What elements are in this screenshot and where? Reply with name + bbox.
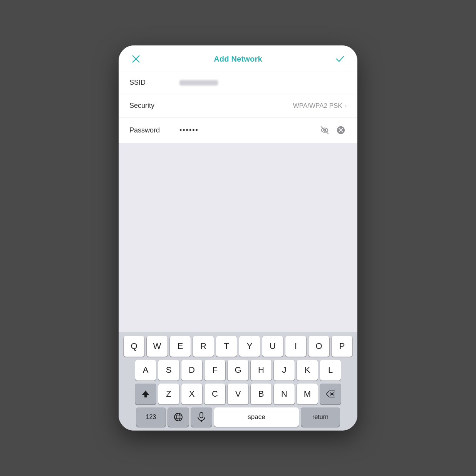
key-q[interactable]: Q	[124, 336, 144, 357]
key-m[interactable]: M	[297, 384, 318, 404]
toggle-visibility-button[interactable]	[319, 124, 330, 136]
key-d[interactable]: D	[181, 360, 202, 380]
security-option: WPA/WPA2 PSK	[293, 102, 342, 110]
space-button[interactable]: space	[214, 407, 299, 427]
security-label: Security	[129, 102, 179, 110]
security-row[interactable]: Security WPA/WPA2 PSK ›	[119, 94, 357, 117]
svg-point-12	[177, 413, 180, 421]
password-input[interactable]	[179, 126, 316, 134]
key-j[interactable]: J	[274, 360, 295, 380]
key-u[interactable]: U	[262, 336, 283, 357]
key-t[interactable]: T	[216, 336, 237, 357]
key-n[interactable]: N	[274, 384, 295, 404]
ssid-row: SSID	[119, 71, 357, 94]
svg-point-11	[174, 413, 182, 421]
svg-marker-8	[142, 391, 149, 397]
keyboard-row-3: Z X C V B N M	[120, 384, 356, 404]
key-e[interactable]: E	[170, 336, 191, 357]
key-p[interactable]: P	[332, 336, 352, 357]
keyboard: Q W E R T Y U I O P A S D F G H J K L	[119, 332, 357, 431]
key-c[interactable]: C	[204, 384, 225, 404]
phone-screen: Add Network SSID Security WPA/WPA2 PSK ›…	[119, 45, 357, 431]
chevron-right-icon: ›	[345, 102, 347, 109]
ssid-label: SSID	[129, 79, 179, 87]
keyboard-row-1: Q W E R T Y U I O P	[120, 336, 356, 357]
key-z[interactable]: Z	[158, 384, 179, 404]
numbers-button[interactable]: 123	[136, 407, 166, 427]
password-label: Password	[129, 126, 179, 134]
key-g[interactable]: G	[228, 360, 248, 380]
clear-button[interactable]	[335, 124, 347, 136]
svg-rect-15	[200, 412, 203, 418]
mic-button[interactable]	[191, 407, 212, 427]
key-s[interactable]: S	[158, 360, 179, 380]
key-a[interactable]: A	[135, 360, 156, 380]
key-f[interactable]: F	[204, 360, 225, 380]
header: Add Network	[119, 45, 357, 71]
confirm-button[interactable]	[334, 52, 347, 65]
password-row: Password	[119, 117, 357, 143]
close-button[interactable]	[129, 52, 142, 65]
backspace-button[interactable]	[320, 384, 341, 404]
return-button[interactable]: return	[301, 407, 340, 427]
key-y[interactable]: Y	[239, 336, 260, 357]
globe-button[interactable]	[168, 407, 189, 427]
ssid-blurred-value	[179, 80, 218, 85]
key-h[interactable]: H	[251, 360, 272, 380]
key-x[interactable]: X	[181, 384, 202, 404]
form-section: SSID Security WPA/WPA2 PSK › Password	[119, 71, 357, 143]
ssid-value	[179, 80, 218, 85]
keyboard-row-2: A S D F G H J K L	[120, 360, 356, 380]
key-r[interactable]: R	[193, 336, 214, 357]
key-b[interactable]: B	[251, 384, 272, 404]
key-l[interactable]: L	[320, 360, 341, 380]
key-o[interactable]: O	[308, 336, 329, 357]
password-field-container	[179, 124, 347, 136]
key-w[interactable]: W	[147, 336, 168, 357]
key-k[interactable]: K	[297, 360, 318, 380]
empty-area	[119, 143, 357, 332]
security-value: WPA/WPA2 PSK ›	[293, 102, 347, 110]
keyboard-row-bottom: 123 space return	[120, 407, 356, 427]
key-v[interactable]: V	[228, 384, 248, 404]
shift-button[interactable]	[135, 384, 156, 404]
key-i[interactable]: I	[285, 336, 306, 357]
password-icons	[319, 124, 347, 136]
page-title: Add Network	[214, 55, 262, 64]
